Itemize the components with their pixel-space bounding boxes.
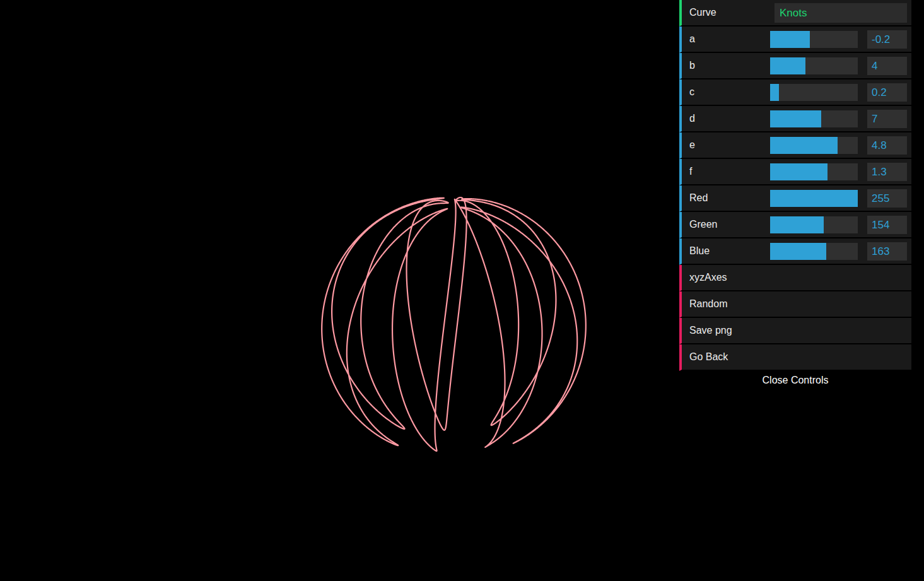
slider-track[interactable] bbox=[770, 31, 858, 48]
slider-row-f: f1.3 bbox=[679, 159, 911, 185]
button-label: Go Back bbox=[689, 344, 728, 370]
slider-fill bbox=[770, 137, 838, 154]
slider-row-b: b4 bbox=[679, 53, 911, 79]
button-xyzaxes[interactable]: xyzAxes bbox=[679, 265, 911, 291]
slider-label: d bbox=[689, 106, 695, 131]
slider-value[interactable]: 154 bbox=[867, 216, 907, 234]
slider-row-blue: Blue163 bbox=[679, 238, 911, 265]
slider-row-green: Green154 bbox=[679, 212, 911, 238]
button-label: xyzAxes bbox=[689, 265, 727, 290]
slider-fill bbox=[770, 31, 810, 48]
slider-value[interactable]: 1.3 bbox=[867, 163, 907, 181]
slider-track[interactable] bbox=[770, 57, 858, 74]
button-go-back[interactable]: Go Back bbox=[679, 344, 911, 371]
slider-track[interactable] bbox=[770, 137, 858, 154]
slider-track[interactable] bbox=[770, 243, 858, 260]
slider-label: b bbox=[689, 53, 695, 78]
slider-label: Green bbox=[689, 212, 717, 237]
slider-label: c bbox=[689, 79, 694, 105]
button-label: Save png bbox=[689, 318, 732, 343]
slider-fill bbox=[770, 243, 826, 260]
curve-row: Curve Knots bbox=[679, 0, 911, 26]
button-random[interactable]: Random bbox=[679, 291, 911, 318]
slider-value[interactable]: 4 bbox=[867, 57, 907, 75]
curve-canvas[interactable] bbox=[0, 0, 679, 581]
slider-track[interactable] bbox=[770, 216, 858, 233]
slider-fill bbox=[770, 216, 824, 233]
slider-value[interactable]: 4.8 bbox=[867, 136, 907, 155]
slider-fill bbox=[770, 84, 779, 101]
button-save-png[interactable]: Save png bbox=[679, 318, 911, 344]
slider-fill bbox=[770, 163, 828, 180]
slider-track[interactable] bbox=[770, 190, 858, 207]
slider-value[interactable]: 163 bbox=[867, 242, 907, 261]
curve-select[interactable]: Knots bbox=[775, 3, 907, 23]
slider-track[interactable] bbox=[770, 110, 858, 127]
slider-track[interactable] bbox=[770, 84, 858, 101]
button-label: Random bbox=[689, 291, 727, 317]
slider-fill bbox=[770, 190, 858, 207]
slider-track[interactable] bbox=[770, 163, 858, 180]
slider-row-d: d7 bbox=[679, 106, 911, 132]
slider-row-red: Red255 bbox=[679, 185, 911, 212]
slider-fill bbox=[770, 57, 805, 74]
slider-value[interactable]: -0.2 bbox=[867, 30, 907, 49]
slider-value[interactable]: 7 bbox=[867, 110, 907, 128]
slider-row-c: c0.2 bbox=[679, 79, 911, 106]
dat-gui-panel: Curve Knots a-0.2b4c0.2d7e4.8f1.3Red255G… bbox=[679, 0, 911, 389]
close-controls-button[interactable]: Close Controls bbox=[679, 371, 911, 389]
slider-fill bbox=[770, 110, 821, 127]
slider-label: f bbox=[689, 159, 692, 184]
slider-value[interactable]: 0.2 bbox=[867, 83, 907, 102]
slider-row-a: a-0.2 bbox=[679, 26, 911, 53]
slider-label: a bbox=[689, 26, 695, 52]
slider-rows: a-0.2b4c0.2d7e4.8f1.3Red255Green154Blue1… bbox=[679, 26, 911, 265]
slider-label: Blue bbox=[689, 238, 710, 264]
slider-label: Red bbox=[689, 185, 708, 211]
slider-label: e bbox=[689, 132, 695, 158]
slider-value[interactable]: 255 bbox=[867, 189, 907, 208]
curve-label: Curve bbox=[689, 0, 716, 25]
slider-row-e: e4.8 bbox=[679, 132, 911, 159]
button-rows: xyzAxesRandomSave pngGo Back bbox=[679, 265, 911, 371]
